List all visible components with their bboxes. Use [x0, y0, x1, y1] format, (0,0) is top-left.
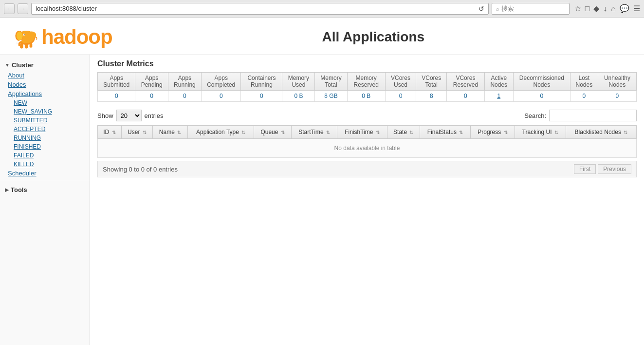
metrics-value-13: 0	[570, 91, 598, 102]
sidebar-item-new-saving[interactable]: NEW_SAVING	[0, 107, 90, 116]
tools-label: Tools	[11, 186, 27, 193]
sort-icon: ⇅	[143, 130, 147, 135]
hadoop-elephant-icon	[10, 23, 41, 50]
pocket-icon[interactable]: ◆	[593, 4, 599, 13]
metrics-value-1: 0	[135, 91, 168, 102]
sidebar-item-nodes[interactable]: Nodes	[0, 80, 90, 89]
sidebar-item-killed[interactable]: KILLED	[0, 160, 90, 169]
svg-point-5	[24, 34, 25, 35]
pagination-buttons: First Previous	[574, 164, 631, 174]
sidebar-item-applications[interactable]: Applications	[0, 89, 90, 98]
metrics-header-apps-submitted: Apps Submitted	[98, 73, 135, 91]
col-header-progress[interactable]: Progress ⇅	[471, 126, 515, 139]
sort-icon: ⇅	[177, 130, 181, 135]
sort-icon: ⇅	[409, 130, 413, 135]
metrics-value-11[interactable]: 1	[484, 91, 513, 102]
metrics-value-2: 0	[168, 91, 201, 102]
previous-page-button[interactable]: Previous	[598, 164, 631, 174]
svg-rect-8	[30, 43, 33, 48]
sidebar-item-submitted[interactable]: SUBMITTED	[0, 116, 90, 125]
sort-icon: ⇅	[459, 130, 463, 135]
sidebar-item-scheduler[interactable]: Scheduler	[0, 169, 90, 178]
col-header-queue[interactable]: Queue ⇅	[254, 126, 292, 139]
sort-icon: ⇅	[504, 130, 508, 135]
col-header-user[interactable]: User ⇅	[121, 126, 152, 139]
chat-icon[interactable]: 💬	[620, 4, 629, 13]
sidebar-item-new[interactable]: NEW	[0, 98, 90, 107]
col-header-starttime[interactable]: StartTime ⇅	[291, 126, 337, 139]
cluster-metrics-title: Cluster Metrics	[97, 59, 637, 68]
col-header-blacklisted-nodes[interactable]: Blacklisted Nodes ⇅	[566, 126, 636, 139]
hadoop-logo: hadoop	[10, 23, 112, 50]
sidebar: ▼ Cluster About Nodes Applications NEWNE…	[0, 55, 90, 345]
sort-icon: ⇅	[326, 130, 330, 135]
metrics-header-memory-reserved: Memory Reserved	[347, 73, 385, 91]
show-label: Show	[97, 112, 113, 119]
entries-select[interactable]: 10202550100	[116, 110, 142, 121]
no-data-row: No data available in table	[98, 139, 637, 158]
sidebar-item-finished[interactable]: FINISHED	[0, 142, 90, 151]
back-button[interactable]: ←	[4, 3, 15, 14]
metrics-value-12: 0	[513, 91, 570, 102]
sort-icon: ⇅	[241, 130, 245, 135]
sidebar-app-links: NEWNEW_SAVINGSUBMITTEDACCEPTEDRUNNINGFIN…	[0, 98, 90, 169]
svg-rect-7	[25, 43, 28, 48]
metrics-header-vcores-total: VCores Total	[416, 73, 447, 91]
metrics-header-memory-total: Memory Total	[315, 73, 347, 91]
svg-point-9	[27, 32, 37, 39]
sort-icon: ⇅	[624, 130, 627, 135]
metrics-thead: Apps SubmittedApps PendingApps RunningAp…	[98, 73, 637, 91]
entries-label: entries	[145, 112, 164, 119]
search-label: Search:	[524, 112, 546, 119]
page-header: hadoop All Applications	[0, 18, 644, 55]
first-page-button[interactable]: First	[574, 164, 596, 174]
col-header-name[interactable]: Name ⇅	[153, 126, 188, 139]
show-entries-control: Show 10202550100 entries	[97, 110, 164, 121]
sidebar-item-about[interactable]: About	[0, 71, 90, 80]
search-input[interactable]	[549, 110, 637, 121]
cluster-section-header[interactable]: ▼ Cluster	[0, 59, 90, 71]
metrics-header-unhealthy-nodes: Unhealthy Nodes	[598, 73, 636, 91]
metrics-tbody: 000000 B8 GB0 B0801000	[98, 91, 637, 102]
metrics-value-4: 0	[241, 91, 282, 102]
tools-triangle-icon: ▶	[5, 187, 9, 192]
url-bar[interactable]: localhost:8088/cluster ↺	[31, 3, 489, 15]
bookmark-icon[interactable]: ☆	[574, 4, 581, 13]
page-wrapper: hadoop All Applications ▼ Cluster About …	[0, 18, 644, 345]
metrics-header-apps-completed: Apps Completed	[202, 73, 241, 91]
sidebar-item-accepted[interactable]: ACCEPTED	[0, 125, 90, 134]
col-header-finishtime[interactable]: FinishTime ⇅	[337, 126, 387, 139]
browser-chrome: ← → localhost:8088/cluster ↺ ⌕ 搜索 ☆ □ ◆ …	[0, 0, 644, 18]
page-title: All Applications	[112, 29, 634, 45]
col-header-state[interactable]: State ⇅	[387, 126, 420, 139]
menu-icon[interactable]: ☰	[633, 4, 640, 13]
col-header-finalstatus[interactable]: FinalStatus ⇅	[420, 126, 470, 139]
reload-icon[interactable]: ↺	[478, 5, 484, 13]
svg-point-3	[17, 32, 23, 40]
sidebar-divider	[0, 181, 90, 181]
forward-button[interactable]: →	[18, 3, 28, 14]
download-icon[interactable]: ↓	[603, 4, 607, 13]
sidebar-item-running[interactable]: RUNNING	[0, 134, 90, 142]
metrics-value-10: 0	[447, 91, 484, 102]
metrics-value-6: 8 GB	[315, 91, 347, 102]
metrics-value-5: 0 B	[282, 91, 315, 102]
sort-icon: ⇅	[112, 130, 116, 135]
home-icon[interactable]: ⌂	[611, 4, 616, 13]
col-header-id[interactable]: ID ⇅	[98, 126, 122, 139]
tools-section-header[interactable]: ▶ Tools	[0, 184, 90, 195]
url-text: localhost:8088/cluster	[36, 5, 477, 12]
table-controls: Show 10202550100 entries Search:	[97, 110, 637, 121]
svg-rect-6	[20, 43, 23, 48]
reading-mode-icon[interactable]: □	[585, 4, 590, 13]
col-header-tracking-ui[interactable]: Tracking UI ⇅	[515, 126, 566, 139]
content-area: Cluster Metrics Apps SubmittedApps Pendi…	[90, 55, 644, 345]
metrics-value-7: 0 B	[347, 91, 385, 102]
search-control: Search:	[524, 110, 637, 121]
apps-tbody: No data available in table	[98, 139, 637, 158]
browser-search-bar[interactable]: ⌕ 搜索	[492, 3, 570, 15]
sidebar-item-failed[interactable]: FAILED	[0, 151, 90, 160]
metrics-header-containers-running: Containers Running	[241, 73, 282, 91]
metrics-value-3: 0	[202, 91, 241, 102]
col-header-application-type[interactable]: Application Type ⇅	[187, 126, 254, 139]
